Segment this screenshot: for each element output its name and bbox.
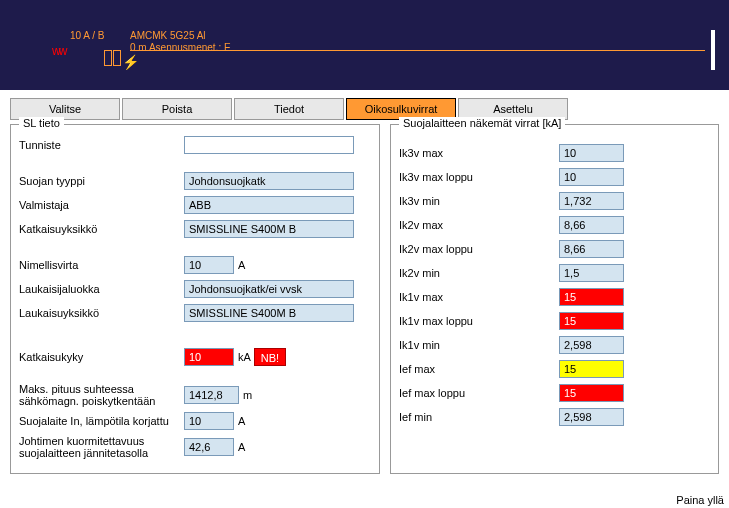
suojalaite-in-label: Suojalaite In, lämpötila korjattu — [19, 415, 184, 427]
virrat-row: Ik2v max — [399, 215, 710, 235]
suojan-tyyppi-label: Suojan tyyppi — [19, 175, 184, 187]
virrat-row: Ik1v min — [399, 335, 710, 355]
laukaisuyksikko-label: Laukaisuyksikkö — [19, 307, 184, 319]
virrat-label: Ik1v max loppu — [399, 315, 559, 327]
katkaisukyky-label: Katkaisukyky — [19, 351, 184, 363]
virrat-input[interactable] — [559, 312, 624, 330]
virrat-input[interactable] — [559, 216, 624, 234]
virrat-label: Ik2v min — [399, 267, 559, 279]
laukaisijaluokka-input[interactable] — [184, 280, 354, 298]
tunniste-label: Tunniste — [19, 139, 184, 151]
suojalaite-in-unit: A — [238, 415, 245, 427]
footer-text: Paina yllä — [676, 494, 724, 506]
laukaisijaluokka-label: Laukaisijaluokka — [19, 283, 184, 295]
cable-text: AMCMK 5G25 Al — [130, 30, 206, 41]
virrat-label: Ik1v max — [399, 291, 559, 303]
katkaisukyky-input[interactable] — [184, 348, 234, 366]
virrat-input[interactable] — [559, 144, 624, 162]
virrat-label: Ik1v min — [399, 339, 559, 351]
virrat-input[interactable] — [559, 384, 624, 402]
virrat-input[interactable] — [559, 192, 624, 210]
virrat-label: Ik3v max loppu — [399, 171, 559, 183]
virrat-label: Ief min — [399, 411, 559, 423]
source-symbol: ww — [52, 44, 65, 58]
virrat-row: Ief max loppu — [399, 383, 710, 403]
virrat-label: Ik2v max loppu — [399, 243, 559, 255]
end-bar — [711, 30, 715, 70]
johtimen-unit: A — [238, 441, 245, 453]
lightning-icon: ⚡ — [122, 54, 139, 70]
virrat-row: Ik3v max — [399, 143, 710, 163]
virrat-input[interactable] — [559, 336, 624, 354]
virrat-input[interactable] — [559, 168, 624, 186]
tab-bar: Valitse Poista Tiedot Oikosulkuvirrat As… — [0, 90, 729, 124]
virrat-input[interactable] — [559, 264, 624, 282]
sl-tieto-panel: SL tieto Tunniste Suojan tyyppi Valmista… — [10, 124, 380, 474]
virrat-label: Ik3v min — [399, 195, 559, 207]
virrat-label: Ief max — [399, 363, 559, 375]
virrat-label: Ik3v max — [399, 147, 559, 159]
virrat-input[interactable] — [559, 408, 624, 426]
virrat-input[interactable] — [559, 360, 624, 378]
suojalaitteen-virrat-panel: Suojalaitteen näkemät virrat [kA] Ik3v m… — [390, 124, 719, 474]
laukaisuyksikko-input[interactable] — [184, 304, 354, 322]
wire-line — [130, 50, 705, 51]
valmistaja-label: Valmistaja — [19, 199, 184, 211]
virrat-row: Ik1v max — [399, 287, 710, 307]
katkaisukyky-unit: kA — [238, 351, 251, 363]
maks-pituus-input[interactable] — [184, 386, 239, 404]
katkaisuyksikko-label: Katkaisuyksikkö — [19, 223, 184, 235]
virrat-label: Ief max loppu — [399, 387, 559, 399]
virrat-row: Ik3v min — [399, 191, 710, 211]
katkaisuyksikko-input[interactable] — [184, 220, 354, 238]
nimellisvirta-label: Nimellisvirta — [19, 259, 184, 271]
maks-pituus-unit: m — [243, 389, 252, 401]
virrat-input[interactable] — [559, 288, 624, 306]
fuse-symbol-2 — [113, 50, 121, 66]
nb-badge: NB! — [254, 348, 286, 366]
circuit-diagram: 10 A / B AMCMK 5G25 Al 0 m Asennusmenet.… — [0, 0, 729, 90]
johtimen-label: Johtimen kuormitettavuus suojalaitteen j… — [19, 435, 184, 459]
fuse-symbol — [104, 50, 112, 66]
virrat-row: Ik2v max loppu — [399, 239, 710, 259]
sl-tieto-title: SL tieto — [19, 117, 64, 129]
tab-poista[interactable]: Poista — [122, 98, 232, 120]
virrat-row: Ief min — [399, 407, 710, 427]
nimellisvirta-unit: A — [238, 259, 245, 271]
virrat-row: Ik2v min — [399, 263, 710, 283]
virrat-title: Suojalaitteen näkemät virrat [kA] — [399, 117, 565, 129]
maks-pituus-label: Maks. pituus suhteessa sähkömagn. poisky… — [19, 383, 184, 407]
virrat-label: Ik2v max — [399, 219, 559, 231]
suojalaite-in-input[interactable] — [184, 412, 234, 430]
virrat-row: Ief max — [399, 359, 710, 379]
virrat-input[interactable] — [559, 240, 624, 258]
nimellisvirta-input[interactable] — [184, 256, 234, 274]
johtimen-input[interactable] — [184, 438, 234, 456]
tunniste-input[interactable] — [184, 136, 354, 154]
virrat-row: Ik3v max loppu — [399, 167, 710, 187]
valmistaja-input[interactable] — [184, 196, 354, 214]
tab-tiedot[interactable]: Tiedot — [234, 98, 344, 120]
install-text: 0 m Asennusmenet.: E — [130, 42, 231, 53]
virrat-row: Ik1v max loppu — [399, 311, 710, 331]
rating-text: 10 A / B — [70, 30, 104, 41]
suojan-tyyppi-input[interactable] — [184, 172, 354, 190]
